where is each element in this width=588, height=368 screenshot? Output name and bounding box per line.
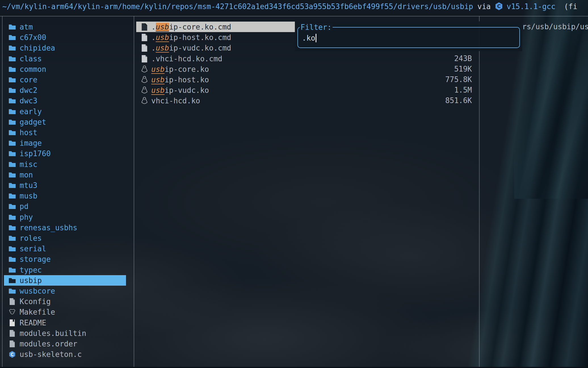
sidebar-item-label: phy — [20, 213, 33, 221]
file-row-usbip-vudc.ko[interactable]: usbip-vudc.ko — [136, 85, 295, 95]
folder-icon — [9, 245, 16, 253]
sidebar-item-label: c67x00 — [20, 33, 46, 42]
sidebar-item-usb-skeleton.c[interactable]: Cusb-skeleton.c — [4, 349, 126, 359]
sidebar-item-label: core — [20, 76, 37, 84]
sidebar-item-c67x00[interactable]: c67x00 — [4, 32, 126, 43]
file-row-.vhci-hcd.ko.cmd[interactable]: .vhci-hcd.ko.cmd — [136, 53, 295, 64]
gnu-icon — [9, 308, 16, 316]
folder-icon — [9, 287, 16, 295]
sidebar-item-label: mon — [20, 171, 33, 179]
file-name: usbip-vudc.ko — [151, 86, 209, 95]
sidebar-item-label: storage — [20, 255, 51, 264]
sidebar-item-image[interactable]: image — [4, 138, 126, 148]
file-icon — [141, 44, 148, 52]
file-row-.usbip-vudc.ko.cmd[interactable]: .usbip-vudc.ko.cmd — [136, 43, 295, 53]
sidebar-item-mtu3[interactable]: mtu3 — [4, 180, 126, 191]
file-row-vhci-hcd.ko[interactable]: vhci-hcd.ko — [136, 95, 295, 106]
prompt-path: ~/vm/kylin-arm64/kylin-arm/home/kylin/re… — [2, 2, 473, 11]
sidebar-item-isp1760[interactable]: isp1760 — [4, 148, 126, 159]
sidebar-item-host[interactable]: host — [4, 127, 126, 138]
sidebar-item-renesas_usbhs[interactable]: renesas_usbhs — [4, 222, 126, 233]
sidebar-item-mon[interactable]: mon — [4, 170, 126, 180]
sidebar-item-label: usbip — [20, 276, 42, 285]
sidebar-item-label: image — [20, 139, 42, 147]
text-cursor — [316, 34, 316, 42]
bottom-edge — [0, 367, 588, 368]
folder-icon — [9, 171, 16, 179]
sidebar-item-chipidea[interactable]: chipidea — [4, 43, 126, 53]
sidebar-item-label: gadget — [20, 118, 46, 126]
prompt-trailing: (fi — [564, 2, 577, 11]
folder-icon — [9, 213, 16, 221]
pane-top-border — [0, 16, 588, 16]
file-row-.usbip-host.ko.cmd[interactable]: .usbip-host.ko.cmd — [136, 32, 295, 43]
sidebar-item-dwc2[interactable]: dwc2 — [4, 85, 126, 95]
sidebar-item-label: Makefile — [20, 308, 55, 316]
sidebar-item-early[interactable]: early — [4, 106, 126, 117]
sidebar-item-roles[interactable]: roles — [4, 233, 126, 243]
file-size: 243B — [454, 53, 472, 64]
file-name-pre: . — [151, 23, 156, 31]
sidebar-item-label: renesas_usbhs — [20, 223, 77, 232]
file-name-pre: vhci-hcd.ko — [151, 97, 200, 105]
file-name: .vhci-hcd.ko.cmd — [151, 55, 222, 63]
sidebar-item-README[interactable]: README — [4, 317, 126, 328]
file-name-match: usb — [156, 23, 169, 31]
sidebar-item-misc[interactable]: misc — [4, 159, 126, 170]
prompt-via-label: via — [477, 2, 491, 11]
sidebar-item-modules.builtin[interactable]: modules.builtin — [4, 328, 126, 338]
sidebar-item-Kconfig[interactable]: Kconfig — [4, 296, 126, 307]
folder-icon — [9, 277, 16, 285]
terminal-screen: ~/vm/kylin-arm64/kylin-arm/home/kylin/re… — [0, 0, 588, 368]
file-name-post: ip-core.ko.cmd — [169, 23, 231, 31]
sidebar-item-label: musb — [20, 192, 37, 200]
sidebar-item-musb[interactable]: musb — [4, 191, 126, 201]
c-compiler-icon: C — [495, 2, 503, 11]
file-name-match: usb — [151, 86, 165, 95]
folder-icon — [9, 97, 16, 105]
sidebar-item-typec[interactable]: typec — [4, 265, 126, 275]
sidebar-item-gadget[interactable]: gadget — [4, 117, 126, 127]
left-pane-border — [2, 16, 3, 367]
file-size: 519K — [454, 64, 472, 74]
sidebar-item-modules.order[interactable]: modules.order — [4, 338, 126, 349]
sidebar-item-label: misc — [20, 160, 37, 169]
preview-pane-path: rs/usb/usbip/us — [522, 22, 588, 32]
svg-text:C: C — [10, 352, 14, 357]
file-name-pre: .vhci-hcd.ko.cmd — [151, 55, 222, 63]
sidebar-item-common[interactable]: common — [4, 64, 126, 74]
file-row-usbip-core.ko[interactable]: usbip-core.ko — [136, 64, 295, 74]
file-name-match: usb — [151, 65, 165, 74]
file-name-match: usb — [156, 33, 169, 42]
sidebar-item-class[interactable]: class — [4, 53, 126, 64]
file-size: 1.5M — [454, 85, 472, 95]
file-icon — [141, 55, 148, 63]
sidebar-item-serial[interactable]: serial — [4, 243, 126, 254]
sidebar-item-atm[interactable]: atm — [4, 22, 126, 32]
file-row-usbip-host.ko[interactable]: usbip-host.ko — [136, 74, 295, 85]
file-row-.usbip-core.ko.cmd[interactable]: .usbip-core.ko.cmd — [136, 22, 295, 32]
sidebar-item-usbip[interactable]: usbip — [4, 275, 126, 286]
folder-icon — [9, 65, 16, 73]
linux-icon — [141, 65, 148, 74]
sidebar-item-wusbcore[interactable]: wusbcore — [4, 286, 126, 296]
sidebar-item-label: modules.order — [20, 340, 77, 348]
file-icon — [9, 298, 16, 306]
sidebar-item-pd[interactable]: pd — [4, 201, 126, 212]
folder-icon — [9, 255, 16, 263]
linux-icon — [141, 76, 148, 84]
filter-input[interactable]: .ko — [302, 33, 316, 43]
sidebar-item-storage[interactable]: storage — [4, 254, 126, 264]
file-icon — [141, 33, 148, 42]
sidebar-item-dwc3[interactable]: dwc3 — [4, 95, 126, 106]
svg-text:C: C — [497, 3, 501, 9]
sidebar-item-label: roles — [20, 234, 42, 242]
sidebar-item-Makefile[interactable]: Makefile — [4, 307, 126, 317]
sidebar-item-phy[interactable]: phy — [4, 212, 126, 222]
sidebar-item-core[interactable]: core — [4, 74, 126, 85]
folder-icon — [9, 44, 16, 52]
folder-icon — [9, 76, 16, 84]
sidebar-item-label: chipidea — [20, 44, 55, 52]
folder-icon — [9, 34, 16, 41]
sidebar-item-label: host — [20, 128, 37, 137]
